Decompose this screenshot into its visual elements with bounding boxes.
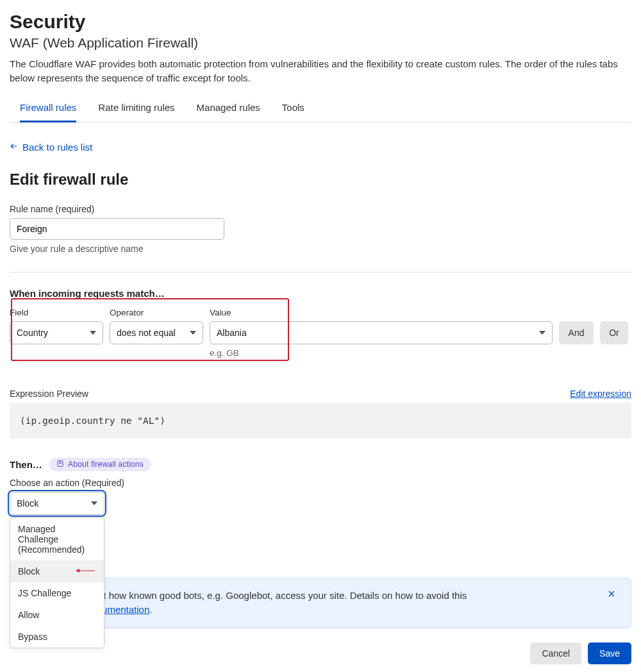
chevron-down-icon bbox=[539, 331, 545, 335]
match-row: Field Country Operator does not equal Va… bbox=[10, 308, 631, 358]
tab-firewall-rules[interactable]: Firewall rules bbox=[20, 96, 76, 122]
arrow-annotation-icon bbox=[76, 566, 95, 576]
field-label: Field bbox=[10, 308, 103, 317]
back-to-rules-link[interactable]: Back to rules list bbox=[10, 142, 92, 153]
back-to-rules-label: Back to rules list bbox=[22, 142, 92, 153]
page-title: Security bbox=[10, 11, 631, 33]
action-option-bypass[interactable]: Bypass bbox=[10, 626, 104, 648]
page-subtitle: WAF (Web Application Firewall) bbox=[10, 35, 631, 51]
tab-managed-rules[interactable]: Managed rules bbox=[197, 96, 260, 122]
arrow-left-icon bbox=[10, 142, 19, 153]
or-button[interactable]: Or bbox=[600, 321, 628, 344]
rule-name-label: Rule name (required) bbox=[10, 204, 631, 214]
action-option-allow[interactable]: Allow bbox=[10, 604, 104, 626]
tab-tools[interactable]: Tools bbox=[282, 96, 304, 122]
action-option-managed-challenge[interactable]: Managed Challenge (Recommended) bbox=[10, 518, 104, 560]
about-firewall-actions-pill[interactable]: About firewall actions bbox=[49, 458, 151, 471]
expression-preview-label: Expression Preview bbox=[10, 389, 88, 399]
close-icon bbox=[606, 590, 617, 601]
value-select[interactable]: Albania bbox=[210, 321, 553, 344]
action-option-block-label: Block bbox=[18, 566, 40, 576]
notice-period: . bbox=[149, 604, 152, 615]
chevron-down-icon bbox=[91, 501, 97, 505]
svg-marker-2 bbox=[76, 569, 79, 573]
field-select-value: Country bbox=[17, 328, 48, 338]
action-option-js-challenge[interactable]: JS Challenge bbox=[10, 582, 104, 604]
action-select[interactable]: Block bbox=[10, 492, 104, 515]
chevron-down-icon bbox=[90, 331, 96, 335]
chevron-down-icon bbox=[190, 331, 196, 335]
operator-select[interactable]: does not equal bbox=[110, 321, 203, 344]
divider bbox=[10, 272, 631, 273]
operator-label: Operator bbox=[110, 308, 203, 317]
action-dropdown: Managed Challenge (Recommended) Block JS… bbox=[10, 517, 104, 648]
rule-name-input[interactable] bbox=[10, 218, 224, 240]
page-description: The Cloudflare WAF provides both automat… bbox=[10, 57, 631, 85]
rule-name-help: Give your rule a descriptive name bbox=[10, 244, 631, 254]
choose-action-label: Choose an action (Required) bbox=[10, 478, 631, 488]
action-select-value: Block bbox=[17, 498, 38, 508]
about-firewall-actions-label: About firewall actions bbox=[68, 460, 144, 469]
notice-close-button[interactable] bbox=[604, 589, 619, 603]
tabs: Firewall rules Rate limiting rules Manag… bbox=[10, 96, 631, 122]
expression-preview-box: (ip.geoip.country ne "AL") bbox=[10, 403, 631, 439]
tab-rate-limiting[interactable]: Rate limiting rules bbox=[98, 96, 174, 122]
when-heading: When incoming requests match… bbox=[10, 288, 631, 299]
edit-rule-heading: Edit firewall rule bbox=[10, 171, 631, 189]
cancel-button[interactable]: Cancel bbox=[530, 643, 581, 664]
value-example: e.g. GB bbox=[210, 348, 628, 358]
book-icon bbox=[56, 460, 64, 469]
then-heading: Then… bbox=[10, 459, 42, 470]
action-option-block[interactable]: Block bbox=[10, 560, 104, 582]
operator-select-value: does not equal bbox=[117, 328, 176, 338]
save-button[interactable]: Save bbox=[588, 643, 631, 664]
and-button[interactable]: And bbox=[559, 321, 594, 344]
edit-expression-link[interactable]: Edit expression bbox=[570, 389, 631, 399]
value-select-value: Albania bbox=[217, 328, 247, 338]
value-label: Value bbox=[210, 308, 628, 317]
field-select[interactable]: Country bbox=[10, 321, 103, 344]
